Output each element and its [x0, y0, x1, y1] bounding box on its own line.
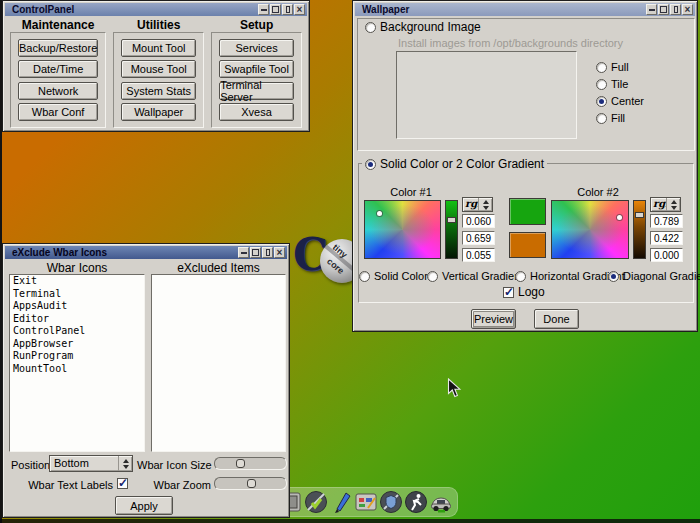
- backup-restore-button[interactable]: Backup/Restore: [18, 39, 98, 57]
- date-time-button[interactable]: Date/Time: [18, 60, 98, 78]
- diagonal-gradient-label: Diagonal Gradient: [623, 270, 700, 282]
- shade-button[interactable]: [670, 4, 681, 15]
- shade-button[interactable]: [262, 247, 273, 258]
- list-item[interactable]: Terminal: [10, 288, 144, 301]
- color2-g-input[interactable]: [650, 231, 683, 245]
- wbar-zoom-slider[interactable]: [214, 477, 287, 490]
- close-button[interactable]: ×: [274, 247, 285, 258]
- color1-huebox[interactable]: [364, 200, 441, 259]
- mount-tool-button[interactable]: Mount Tool: [121, 39, 196, 57]
- minimize-button[interactable]: [238, 247, 249, 258]
- list-item[interactable]: MountTool: [10, 363, 144, 376]
- control-panel-window: ControlPanel × Maintenance Backup/Restor…: [2, 0, 310, 132]
- color1-mode-choice[interactable]: rgb: [462, 197, 493, 212]
- fill-radio[interactable]: [596, 113, 607, 124]
- background-image-radio[interactable]: [365, 22, 376, 33]
- apply-button[interactable]: Apply: [115, 496, 173, 515]
- maintenance-column: Maintenance Backup/Restore Date/Time Net…: [10, 18, 106, 128]
- maximize-button[interactable]: [250, 247, 261, 258]
- mount-tool-icon[interactable]: [429, 490, 453, 514]
- tile-radio[interactable]: [596, 79, 607, 90]
- position-dropdown[interactable]: Bottom: [49, 455, 133, 472]
- icon-size-slider[interactable]: [214, 457, 287, 470]
- list-item[interactable]: AppsAudit: [10, 300, 144, 313]
- background-image-label: Background Image: [380, 20, 481, 34]
- color2-swatch: [509, 232, 546, 258]
- list-item[interactable]: ControlPanel: [10, 325, 144, 338]
- column-header: Maintenance: [10, 18, 106, 32]
- column-header: Setup: [211, 18, 302, 32]
- color2-r-input[interactable]: [650, 214, 683, 228]
- wallpaper-window: Wallpaper × Background Image Install ima…: [352, 0, 698, 332]
- wallpaper-button[interactable]: Wallpaper: [121, 103, 196, 121]
- logo-label: Logo: [518, 285, 545, 299]
- screen-edge-bottom: [0, 519, 700, 523]
- exclude-titlebar[interactable]: eXclude Wbar Icons ×: [5, 246, 287, 259]
- control-panel-icon[interactable]: [354, 490, 378, 514]
- solid-color-label: Solid Color: [374, 270, 428, 282]
- color1-g-input[interactable]: [462, 231, 495, 245]
- solid-color-radio[interactable]: [359, 271, 370, 282]
- horizontal-gradient-radio[interactable]: [515, 271, 526, 282]
- diagonal-gradient-radio[interactable]: [608, 271, 619, 282]
- terminal-server-button[interactable]: Terminal Server: [219, 82, 294, 100]
- minimize-button[interactable]: [258, 4, 269, 15]
- logo-checkbox[interactable]: [503, 287, 514, 298]
- excluded-items-list[interactable]: [151, 274, 286, 452]
- preview-button[interactable]: Preview: [471, 309, 516, 329]
- tile-label: Tile: [611, 78, 628, 90]
- mouse-tool-button[interactable]: Mouse Tool: [121, 60, 196, 78]
- vertical-gradient-radio[interactable]: [427, 271, 438, 282]
- apps-audit-icon[interactable]: [304, 490, 328, 514]
- center-radio[interactable]: [596, 96, 607, 107]
- close-button[interactable]: ×: [682, 4, 693, 15]
- desktop: C tiny core ControlPanel × Main: [0, 0, 700, 523]
- color2-b-input[interactable]: [650, 248, 683, 262]
- fill-label: Fill: [611, 112, 625, 124]
- shade-button[interactable]: [282, 4, 293, 15]
- color2-mode-choice[interactable]: rgb: [650, 197, 681, 212]
- color1-r-input[interactable]: [462, 214, 495, 228]
- full-radio[interactable]: [596, 62, 607, 73]
- swapfile-tool-button[interactable]: Swapfile Tool: [219, 60, 294, 78]
- list-item[interactable]: AppBrowser: [10, 338, 144, 351]
- color2-value-slider[interactable]: [633, 200, 646, 259]
- wallpaper-title: Wallpaper: [362, 4, 646, 15]
- list-item[interactable]: Editor: [10, 313, 144, 326]
- background-image-list[interactable]: [396, 51, 577, 139]
- control-panel-titlebar[interactable]: ControlPanel ×: [5, 3, 307, 16]
- text-labels-checkbox[interactable]: [117, 478, 128, 489]
- column-header: Utilities: [113, 18, 204, 32]
- minimize-button[interactable]: [646, 4, 657, 15]
- full-label: Full: [611, 61, 629, 73]
- solid-color-section-label: Solid Color or 2 Color Gradient: [380, 157, 544, 171]
- screen-edge-left: [0, 0, 2, 523]
- done-button[interactable]: Done: [534, 309, 579, 329]
- run-program-icon[interactable]: [404, 490, 428, 514]
- list-item[interactable]: RunProgram: [10, 350, 144, 363]
- wbar-zoom-label: Wbar Zoom: [151, 479, 211, 491]
- exclude-title: eXclude Wbar Icons: [12, 247, 238, 258]
- xvesa-button[interactable]: Xvesa: [219, 103, 294, 121]
- vertical-gradient-label: Vertical Gradient: [442, 270, 523, 282]
- system-stats-button[interactable]: System Stats: [121, 82, 196, 100]
- color2-marker: [617, 215, 622, 220]
- color1-value-slider[interactable]: [445, 200, 458, 259]
- app-browser-icon[interactable]: [379, 490, 403, 514]
- solid-color-section-radio[interactable]: [365, 159, 376, 170]
- maximize-button[interactable]: [270, 4, 281, 15]
- network-button[interactable]: Network: [18, 82, 98, 100]
- color2-huebox[interactable]: [551, 200, 629, 259]
- color1-b-input[interactable]: [462, 248, 495, 262]
- color1-swatch: [509, 198, 546, 225]
- services-button[interactable]: Services: [219, 39, 294, 57]
- editor-icon[interactable]: [330, 490, 354, 514]
- wbar-conf-button[interactable]: Wbar Conf: [18, 103, 98, 121]
- wallpaper-titlebar[interactable]: Wallpaper ×: [355, 3, 695, 16]
- wbar-icons-list[interactable]: Exit Terminal AppsAudit Editor ControlPa…: [9, 274, 145, 452]
- list-item[interactable]: Exit: [10, 275, 144, 288]
- maximize-button[interactable]: [658, 4, 669, 15]
- text-labels-label: Wbar Text Labels: [23, 479, 113, 491]
- color1-marker: [377, 211, 382, 216]
- close-button[interactable]: ×: [294, 4, 305, 15]
